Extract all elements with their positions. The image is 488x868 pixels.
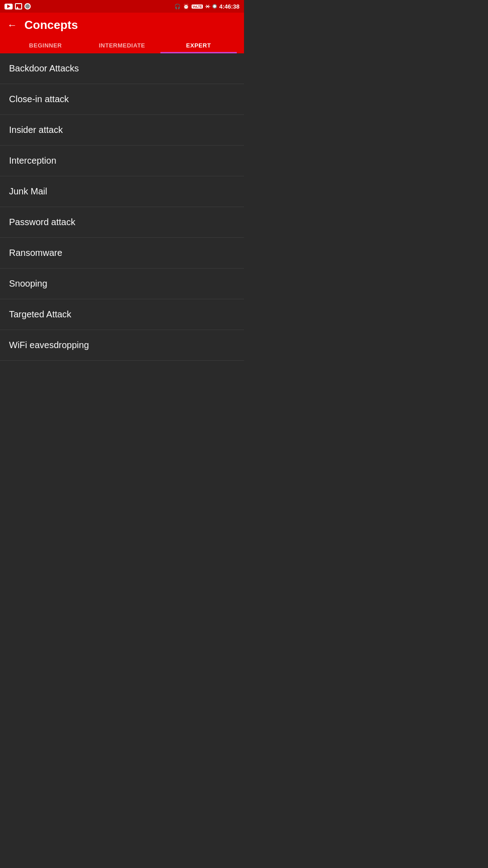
alarm-icon: ⏰ <box>183 4 189 9</box>
signal-icon: ✕ <box>205 3 210 10</box>
status-bar-right-icons: 🎧 ⏰ VoLTE ✕ 4:46:38 <box>174 3 239 10</box>
concept-list: Backdoor Attacks Close-in attack Insider… <box>0 53 244 361</box>
list-item-targeted-attack[interactable]: Targeted Attack <box>0 299 244 330</box>
list-item-interception[interactable]: Interception <box>0 146 244 176</box>
tab-intermediate[interactable]: INTERMEDIATE <box>84 38 160 53</box>
back-button[interactable]: ← <box>7 19 17 31</box>
list-item-junk-mail[interactable]: Junk Mail <box>0 176 244 207</box>
list-item-backdoor-attacks[interactable]: Backdoor Attacks <box>0 53 244 84</box>
record-icon <box>24 3 31 9</box>
app-header: ← Concepts BEGINNER INTERMEDIATE EXPERT <box>0 13 244 53</box>
volte-icon: VoLTE <box>192 5 203 9</box>
list-item-ransomware[interactable]: Ransomware <box>0 238 244 269</box>
list-item-password-attack[interactable]: Password attack <box>0 207 244 238</box>
headphone-icon: 🎧 <box>174 4 181 9</box>
status-time: 4:46:38 <box>219 3 239 10</box>
status-bar: 🎧 ⏰ VoLTE ✕ 4:46:38 <box>0 0 244 13</box>
header-top: ← Concepts <box>7 18 237 38</box>
list-item-insider-attack[interactable]: Insider attack <box>0 115 244 146</box>
status-bar-left-icons <box>5 3 31 9</box>
list-item-snooping[interactable]: Snooping <box>0 269 244 299</box>
tab-expert[interactable]: EXPERT <box>160 38 237 53</box>
page-title: Concepts <box>24 18 78 32</box>
tab-beginner[interactable]: BEGINNER <box>7 38 84 53</box>
list-item-close-in-attack[interactable]: Close-in attack <box>0 84 244 115</box>
recording-icon <box>212 4 217 9</box>
list-item-wifi-eavesdropping[interactable]: WiFi eavesdropping <box>0 330 244 361</box>
tabs-container: BEGINNER INTERMEDIATE EXPERT <box>7 38 237 53</box>
gallery-icon <box>15 3 22 9</box>
youtube-icon <box>5 4 13 9</box>
